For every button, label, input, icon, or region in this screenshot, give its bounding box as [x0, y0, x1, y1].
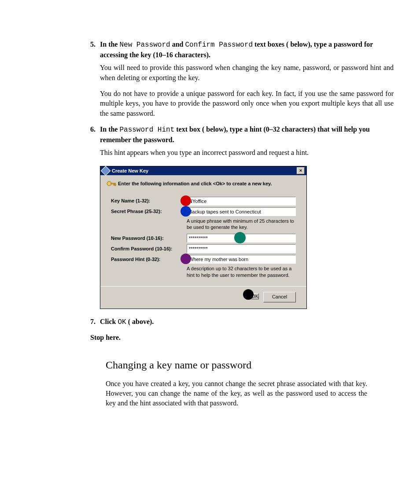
label-new-password: New Password (10-16):	[111, 235, 187, 242]
step-6: 6. In the Password Hint text box ( below…	[90, 125, 394, 309]
step-5-paragraph-2: You do not have to provide a unique pass…	[100, 89, 394, 118]
step-5-paragraph-1: You will need to provide this password w…	[100, 63, 394, 83]
marker-blue	[181, 206, 191, 217]
dialog-titlebar: Create New Key ×	[100, 166, 306, 175]
text: ( above).	[126, 318, 154, 325]
step-5: 5. In the New Password and Confirm Passw…	[90, 40, 394, 118]
mono-term: Confirm Password	[185, 41, 253, 49]
text: Click	[100, 318, 118, 325]
mono-term: OK	[118, 318, 126, 326]
step-number: 7.	[90, 317, 96, 327]
svg-rect-3	[114, 184, 114, 185]
cancel-button[interactable]: Cancel	[263, 292, 296, 302]
text: In the	[100, 40, 119, 48]
key-name-field[interactable]: NYoffice	[187, 197, 296, 206]
text: In the	[100, 125, 119, 133]
dialog-title: Create New Key	[112, 166, 297, 175]
help-password-hint: A description up to 32 characters to be …	[187, 265, 296, 278]
step-7-lede: Click OK ( above).	[100, 318, 154, 325]
svg-point-1	[108, 183, 110, 184]
step-7: 7. Click OK ( above).	[90, 317, 394, 327]
row-key-name: Key Name (1-32): NYoffice	[111, 197, 296, 206]
dialog-instruction: Enter the following information and clic…	[100, 175, 306, 192]
row-confirm-password: Confirm Password (10-16): **********	[111, 244, 296, 253]
key-icon	[107, 181, 116, 187]
label-password-hint: Password Hint (0-32):	[111, 256, 187, 263]
label-key-name: Key Name (1-32):	[111, 198, 187, 204]
dialog-button-bar: OK Cancel	[100, 286, 306, 309]
mono-term: Password Hint	[119, 126, 174, 134]
svg-rect-4	[115, 184, 116, 186]
row-new-password: New Password (10-16): **********	[111, 234, 296, 243]
dialog-app-icon	[101, 166, 111, 176]
row-password-hint: Password Hint (0-32): Where my mother wa…	[111, 255, 296, 264]
label-secret-phrase: Secret Phrase (25-32):	[111, 208, 187, 215]
step-6-paragraph-1: This hint appears when you type an incor…	[100, 148, 394, 158]
dialog-body: Key Name (1-32): NYoffice Secret Phrase …	[100, 192, 306, 286]
dialog-instruction-text: Enter the following information and clic…	[118, 181, 272, 186]
marker-black	[243, 289, 254, 300]
stop-here: Stop here.	[90, 334, 394, 342]
step-5-lede: In the New Password and Confirm Password…	[100, 40, 373, 59]
close-icon[interactable]: ×	[297, 167, 305, 174]
marker-red	[181, 195, 191, 206]
section-heading: Changing a key name or password	[106, 359, 394, 371]
confirm-password-field[interactable]: **********	[187, 244, 296, 253]
mono-term: New Password	[119, 41, 170, 49]
label-confirm-password: Confirm Password (10-16):	[111, 246, 187, 252]
create-new-key-dialog: Create New Key × Enter the following inf…	[100, 166, 307, 309]
password-hint-field[interactable]: Where my mother was born	[187, 255, 296, 264]
step-number: 5.	[90, 40, 96, 49]
step-6-lede: In the Password Hint text box ( below), …	[100, 125, 370, 143]
help-secret-phrase: A unique phrase with minimum of 25 chara…	[187, 218, 296, 231]
text: and	[170, 40, 185, 48]
row-secret-phrase: Secret Phrase (25-32): Backup tapes sent…	[111, 207, 296, 216]
secret-phrase-field[interactable]: Backup tapes sent to Connecticut	[187, 207, 296, 216]
step-number: 6.	[90, 125, 96, 134]
section-paragraph: Once you have created a key, you cannot …	[106, 379, 367, 408]
